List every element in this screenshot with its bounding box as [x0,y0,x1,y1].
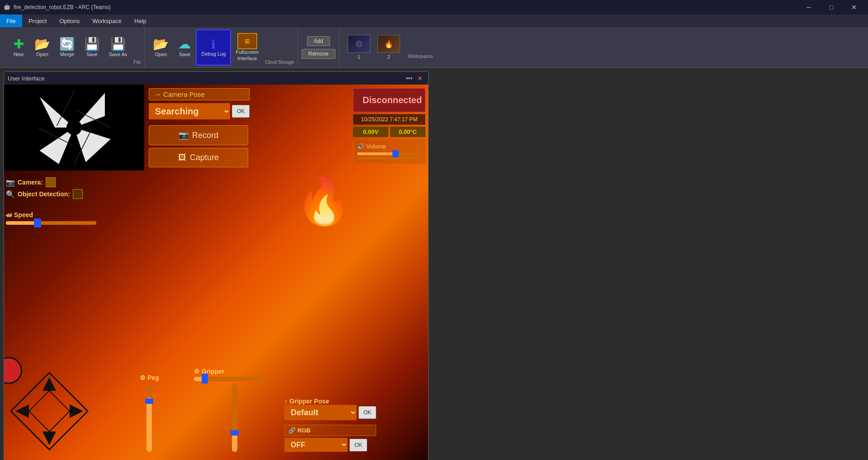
record-label: Record [192,131,218,140]
file-group-label: File [132,60,141,67]
gripper-pose-dropdown[interactable]: Default [284,405,357,420]
panel-close-button[interactable]: ✕ [415,74,425,83]
volume-slider-thumb[interactable] [392,150,399,157]
record-icon: 📷 [179,130,189,140]
object-detect-label: Object Detection: [18,190,70,198]
object-detect-picker[interactable] [73,189,83,199]
cloud-save-icon: ☁ [178,38,191,51]
menu-help[interactable]: Help [128,14,153,27]
cloud-save-button[interactable]: ☁ Save [173,29,196,66]
rgb-text: RGB [297,427,311,434]
menu-workspace[interactable]: Workspace [86,14,128,27]
capture-label: Capture [190,153,219,162]
peg-slider-thumb[interactable] [145,398,153,404]
menubar: File Project Options Workspace Help [0,14,868,27]
debug-log-button[interactable]: ℹ Debug Log [196,29,231,66]
gripper-pose-arrow: ↕ [284,398,288,405]
maximize-button[interactable]: □ [821,0,842,14]
rgb-off-row: OFF OK [284,438,376,452]
camera-pose-ok-button[interactable]: OK [232,105,250,118]
speed-section: 🏎 Speed [6,211,105,225]
menu-file[interactable]: File [0,14,22,27]
speed-slider-track [6,221,96,225]
camera-pose-label: ↔ Camera Pose [149,88,250,100]
capture-button[interactable]: 🖼 Capture [149,148,248,167]
svg-marker-11 [29,391,70,432]
dpad-section [9,370,90,452]
voltage-temp-row: 0.00V 0.00°C [353,127,425,137]
gripper-icon: ⚙ [194,368,200,375]
remove-button[interactable]: Remove [302,49,335,59]
gripper-horiz-track [194,377,266,381]
rgb-ok-button[interactable]: OK [349,439,367,451]
menu-options[interactable]: Options [53,14,86,27]
add-button[interactable]: Add [307,36,330,46]
dpad [9,370,90,452]
gripper-pose-ok-button[interactable]: OK [359,406,376,419]
fullscreen-thumb: ⊞ [237,33,257,49]
connection-section: Disconnected 10/25/2022 7:47:17 PM 0.00V… [353,88,425,164]
panel-title: User Interface [8,75,45,82]
peg-slider-track [146,384,152,452]
toolbar-file-group: ✚ New 📂 Open 🔄 Merge 💾 Save 💾 Save As Fi… [4,27,145,67]
workspace-2-label: 2 [387,54,390,60]
fullscreen-button[interactable]: ⊞ FullscreenInterface [231,29,263,66]
gripper-section: ⚙ Gripper [194,368,275,452]
new-button[interactable]: ✚ New [7,29,30,66]
gripper-vert-thumb[interactable] [231,430,239,436]
toolbar-cloud-group: 📂 Open ☁ Save ℹ Debug Log ⊞ FullscreenIn… [145,27,298,67]
close-button[interactable]: ✕ [844,0,864,14]
open-icon: 📂 [34,38,50,51]
workspace-2-thumb: 🔥 [377,35,400,53]
rgb-label: 🔗 RGB [284,425,376,436]
cloud-open-button[interactable]: 📂 Open [148,29,173,66]
window-title: fire_detection_robot.EZB - ARC (Teams) [14,4,798,10]
workspaces-label: Workspaces [404,54,433,62]
record-capture-section: 📷 Record 🖼 Capture [149,125,248,167]
menu-project[interactable]: Project [22,14,53,27]
debug-icon: ℹ [211,38,216,50]
save-button[interactable]: 💾 Save [80,29,104,66]
record-button[interactable]: 📷 Record [149,125,248,145]
panel-titlebar: User Interface ••• ✕ [4,72,428,85]
gripper-vert-track [232,384,237,452]
save-as-button[interactable]: 💾 Save As [104,29,132,66]
toolbar-add-remove-group: Add Remove [298,27,340,67]
save-as-label: Save As [109,52,127,57]
save-icon: 💾 [84,38,100,51]
cloud-group-label: Cloud Storage [263,60,294,67]
speed-slider-thumb[interactable] [34,218,41,228]
peg-slider-fill [146,398,152,452]
cloud-save-label: Save [179,52,190,57]
flame-decoration: 🔥 [296,175,352,228]
rgb-icon: 🔗 [288,427,296,434]
rgb-dropdown[interactable]: OFF [284,438,348,452]
merge-label: Merge [60,52,74,57]
gripper-pose-text: Gripper Pose [289,398,329,405]
camera-view [4,85,144,171]
camera-pose-dropdown[interactable]: Searching [149,103,230,119]
speed-icon: 🏎 [6,211,12,218]
peg-label: ⚙ Peg [140,374,159,381]
capture-icon: 🖼 [178,153,186,162]
open-button[interactable]: 📂 Open [30,29,55,66]
disconnected-button[interactable]: Disconnected [353,88,425,112]
temp-display: 0.00°C [390,127,425,137]
merge-button[interactable]: 🔄 Merge [55,29,80,66]
panel-more-button[interactable]: ••• [405,74,414,83]
voltage-display: 0.00V [353,127,388,137]
gripper-pose-label: ↕ Gripper Pose [284,398,376,405]
minimize-button[interactable]: ─ [798,0,819,14]
new-icon: ✚ [14,38,24,51]
app-icon: 🤖 [4,4,11,11]
speed-text: Speed [14,211,33,218]
gripper-horiz-thumb[interactable] [202,374,208,384]
workspace-2[interactable]: 🔥 2 [374,33,404,62]
camera-icon: 📷 [6,178,15,187]
camera-row: 📷 Camera: [6,177,83,187]
volume-slider-track [357,152,421,155]
workspace-1[interactable]: ⚙ 1 [344,33,374,62]
speed-slider-fill [6,221,38,225]
svg-point-5 [66,120,82,135]
camera-color-picker[interactable] [46,177,56,187]
